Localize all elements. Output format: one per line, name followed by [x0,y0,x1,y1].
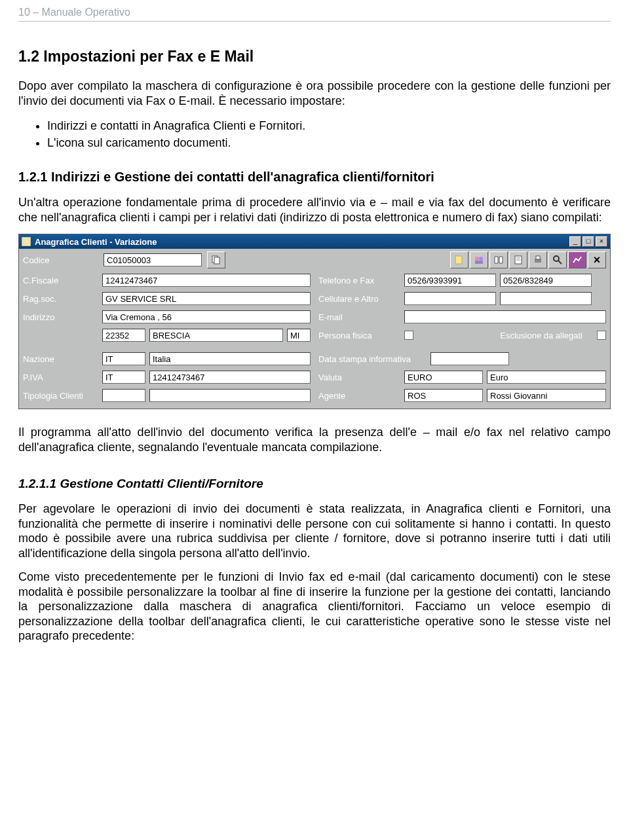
field-cfiscale[interactable] [102,274,311,287]
para-1-2-1-1-a: Per agevolare le operazioni di invio dei… [18,502,611,560]
checkbox-esclusione[interactable] [597,331,606,340]
page-icon[interactable] [509,251,527,268]
copy-icon[interactable] [207,251,225,268]
window-title: Anagrafica Clienti - Variazione [35,237,157,247]
label-email: E-mail [318,312,400,322]
anagrafica-window: Anagrafica Clienti - Variazione _ □ × Co… [18,234,611,409]
bullet-item: L'icona sul caricamento documenti. [47,134,611,151]
heading-1-2: 1.2 Impostazioni per Fax e E Mail [18,48,611,65]
field-altro[interactable] [500,292,592,305]
label-esclusione: Esclusione da allegati [500,331,582,340]
label-ragsoc: Rag.soc. [23,294,98,304]
svg-point-5 [479,257,483,261]
label-tipologia: Tipologia Clienti [23,391,98,401]
field-tipologia-desc[interactable] [149,389,311,402]
svg-rect-11 [536,256,540,259]
field-ragsoc[interactable] [102,292,311,305]
field-piva-prefix[interactable] [102,371,145,384]
app-icon [22,237,31,246]
heading-1-2-1: 1.2.1 Indirizzi e Gestione dei contatti … [18,170,611,185]
field-prov[interactable] [287,329,311,342]
chart-icon[interactable] [568,251,586,268]
svg-rect-3 [455,256,462,264]
group-icon[interactable] [470,251,488,268]
label-telefono: Telefono e Fax [318,276,400,285]
para-after-window: Il programma all'atto dell'invio del doc… [18,425,611,454]
field-fax[interactable] [500,274,592,287]
page-header: 10 – Manuale Operativo [18,7,611,22]
close-x-icon[interactable]: × [588,251,606,268]
label-cfiscale: C.Fiscale [23,276,98,285]
label-indirizzo: Indirizzo [23,312,98,322]
close-button[interactable]: × [596,236,607,247]
bullets-1-2: Indirizzi e contatti in Anagrafica Clien… [18,117,611,151]
search-icon[interactable] [548,251,567,268]
svg-rect-2 [214,257,219,264]
field-valuta-desc[interactable] [487,371,606,384]
svg-rect-0 [22,237,31,246]
field-email[interactable] [404,310,606,323]
svg-point-4 [475,257,479,261]
book-icon[interactable] [489,251,508,268]
field-agente-code[interactable] [404,389,483,402]
label-data-stampa: Data stampa informativa [318,354,427,364]
svg-line-13 [558,261,562,264]
titlebar: Anagrafica Clienti - Variazione _ □ × [19,234,610,249]
label-valuta: Valuta [318,373,400,382]
note-icon[interactable] [450,251,468,268]
para-1-2-1-intro: Un'altra operazione fondamentale prima d… [18,195,611,225]
label-codice: Codice [23,255,98,265]
minimize-button[interactable]: _ [569,236,581,247]
checkbox-persona-fisica[interactable] [404,331,413,340]
toolbar: × [450,251,606,268]
label-agente: Agente [318,391,400,401]
field-naz-desc[interactable] [149,352,311,365]
field-codice[interactable] [104,253,202,266]
maximize-button[interactable]: □ [582,236,594,247]
field-cellulare[interactable] [404,292,496,305]
para-1-2-intro: Dopo aver compilato la maschera di confi… [18,79,611,108]
field-telefono[interactable] [404,274,496,287]
label-persona-fisica: Persona fisica [318,331,400,340]
field-agente-desc[interactable] [487,389,606,402]
field-valuta-code[interactable] [404,371,483,384]
label-nazione: Nazione [23,354,98,364]
field-citta[interactable] [149,329,283,342]
bullet-item: Indirizzi e contatti in Anagrafica Clien… [47,117,611,134]
field-piva[interactable] [149,371,311,384]
svg-rect-6 [475,261,483,264]
para-1-2-1-1-b: Come visto precedentemente per le funzio… [18,570,611,644]
label-piva: P.IVA [23,373,98,382]
field-naz-code[interactable] [102,352,145,365]
field-cap[interactable] [102,329,145,342]
svg-point-12 [554,256,559,261]
field-data-stampa[interactable] [430,352,509,365]
field-tipologia-code[interactable] [102,389,145,402]
print-icon[interactable] [529,251,547,268]
field-indirizzo[interactable] [102,310,311,323]
label-cellulare: Cellulare e Altro [318,294,400,304]
heading-1-2-1-1: 1.2.1.1 Gestione Contatti Clienti/Fornit… [18,477,611,491]
